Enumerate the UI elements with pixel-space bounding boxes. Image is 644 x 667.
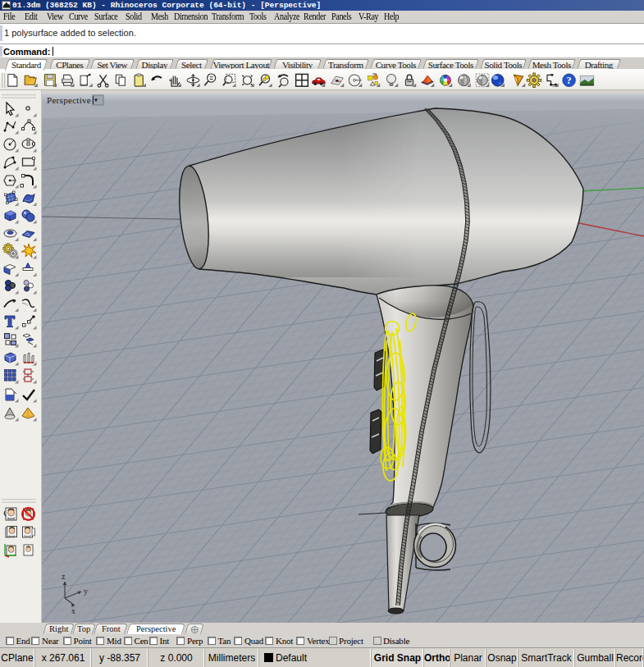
svg-text:Perspective: Perspective xyxy=(47,95,91,105)
svg-text:x: x xyxy=(71,606,75,615)
svg-text:z: z xyxy=(62,572,66,581)
svg-text:y: y xyxy=(84,587,88,596)
svg-text:?: ? xyxy=(567,75,572,86)
